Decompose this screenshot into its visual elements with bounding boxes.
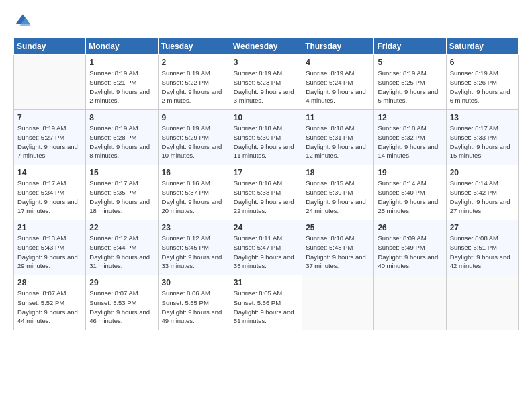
day-number: 23: [162, 223, 226, 232]
day-info: Sunrise: 8:19 AMSunset: 5:25 PMDaylight:…: [378, 69, 438, 104]
calendar-cell: 20Sunrise: 8:14 AMSunset: 5:42 PMDayligh…: [446, 165, 518, 220]
day-info: Sunrise: 8:19 AMSunset: 5:22 PMDaylight:…: [162, 69, 222, 104]
calendar-cell: 1Sunrise: 8:19 AMSunset: 5:21 PMDaylight…: [86, 55, 158, 110]
calendar-cell: 31Sunrise: 8:05 AMSunset: 5:56 PMDayligh…: [230, 275, 302, 330]
calendar-cell: 29Sunrise: 8:07 AMSunset: 5:53 PMDayligh…: [86, 275, 158, 330]
calendar-cell: 18Sunrise: 8:15 AMSunset: 5:39 PMDayligh…: [302, 165, 374, 220]
day-number: 7: [17, 113, 82, 122]
day-info: Sunrise: 8:15 AMSunset: 5:39 PMDaylight:…: [306, 179, 366, 214]
day-info: Sunrise: 8:11 AMSunset: 5:47 PMDaylight:…: [234, 234, 294, 269]
calendar-cell: 16Sunrise: 8:16 AMSunset: 5:37 PMDayligh…: [158, 165, 230, 220]
calendar-cell: 15Sunrise: 8:17 AMSunset: 5:35 PMDayligh…: [86, 165, 158, 220]
calendar-cell: 11Sunrise: 8:18 AMSunset: 5:31 PMDayligh…: [302, 110, 374, 165]
day-info: Sunrise: 8:19 AMSunset: 5:28 PMDaylight:…: [89, 124, 150, 159]
calendar-cell: 30Sunrise: 8:06 AMSunset: 5:55 PMDayligh…: [158, 275, 230, 330]
calendar-week-row: 7Sunrise: 8:19 AMSunset: 5:27 PMDaylight…: [14, 110, 519, 165]
header-day-tuesday: Tuesday: [158, 38, 230, 55]
day-number: 22: [89, 223, 154, 232]
day-number: 11: [306, 113, 370, 122]
day-info: Sunrise: 8:16 AMSunset: 5:37 PMDaylight:…: [162, 179, 222, 214]
calendar-cell: 21Sunrise: 8:13 AMSunset: 5:43 PMDayligh…: [14, 220, 86, 275]
day-number: 9: [162, 113, 226, 122]
calendar-cell: 5Sunrise: 8:19 AMSunset: 5:25 PMDaylight…: [374, 55, 446, 110]
header-day-wednesday: Wednesday: [230, 38, 302, 55]
day-number: 18: [306, 168, 370, 177]
day-number: 14: [17, 168, 82, 177]
calendar-cell: 19Sunrise: 8:14 AMSunset: 5:40 PMDayligh…: [374, 165, 446, 220]
day-number: 3: [234, 58, 298, 67]
calendar-cell: [302, 275, 374, 330]
header: [13, 12, 519, 31]
day-info: Sunrise: 8:10 AMSunset: 5:48 PMDaylight:…: [306, 234, 366, 269]
calendar-cell: 27Sunrise: 8:08 AMSunset: 5:51 PMDayligh…: [446, 220, 518, 275]
logo: [13, 12, 35, 31]
header-day-monday: Monday: [86, 38, 158, 55]
day-number: 5: [378, 58, 442, 67]
header-day-friday: Friday: [374, 38, 446, 55]
day-number: 15: [89, 168, 154, 177]
day-number: 26: [378, 223, 442, 232]
day-number: 19: [378, 168, 442, 177]
day-info: Sunrise: 8:18 AMSunset: 5:31 PMDaylight:…: [306, 124, 366, 159]
day-info: Sunrise: 8:19 AMSunset: 5:27 PMDaylight:…: [17, 124, 78, 159]
day-info: Sunrise: 8:19 AMSunset: 5:29 PMDaylight:…: [162, 124, 222, 159]
day-info: Sunrise: 8:18 AMSunset: 5:32 PMDaylight:…: [378, 124, 438, 159]
day-number: 31: [234, 278, 298, 287]
calendar-cell: 13Sunrise: 8:17 AMSunset: 5:33 PMDayligh…: [446, 110, 518, 165]
calendar-cell: [374, 275, 446, 330]
day-info: Sunrise: 8:13 AMSunset: 5:43 PMDaylight:…: [17, 234, 78, 269]
day-info: Sunrise: 8:12 AMSunset: 5:44 PMDaylight:…: [89, 234, 150, 269]
day-number: 30: [162, 278, 226, 287]
calendar-cell: [446, 275, 518, 330]
calendar-week-row: 1Sunrise: 8:19 AMSunset: 5:21 PMDaylight…: [14, 55, 519, 110]
day-number: 2: [162, 58, 226, 67]
calendar-cell: 10Sunrise: 8:18 AMSunset: 5:30 PMDayligh…: [230, 110, 302, 165]
day-info: Sunrise: 8:08 AMSunset: 5:51 PMDaylight:…: [450, 234, 511, 269]
day-number: 16: [162, 168, 226, 177]
day-info: Sunrise: 8:12 AMSunset: 5:45 PMDaylight:…: [162, 234, 222, 269]
header-day-saturday: Saturday: [446, 38, 518, 55]
day-info: Sunrise: 8:18 AMSunset: 5:30 PMDaylight:…: [234, 124, 294, 159]
calendar-cell: 8Sunrise: 8:19 AMSunset: 5:28 PMDaylight…: [86, 110, 158, 165]
day-number: 13: [450, 113, 515, 122]
calendar-cell: 22Sunrise: 8:12 AMSunset: 5:44 PMDayligh…: [86, 220, 158, 275]
calendar-cell: 26Sunrise: 8:09 AMSunset: 5:49 PMDayligh…: [374, 220, 446, 275]
day-number: 27: [450, 223, 515, 232]
calendar-cell: 9Sunrise: 8:19 AMSunset: 5:29 PMDaylight…: [158, 110, 230, 165]
day-info: Sunrise: 8:19 AMSunset: 5:23 PMDaylight:…: [234, 69, 294, 104]
day-info: Sunrise: 8:05 AMSunset: 5:56 PMDaylight:…: [234, 289, 294, 324]
calendar-cell: 6Sunrise: 8:19 AMSunset: 5:26 PMDaylight…: [446, 55, 518, 110]
calendar-page: SundayMondayTuesdayWednesdayThursdayFrid…: [0, 0, 532, 411]
calendar-cell: 25Sunrise: 8:10 AMSunset: 5:48 PMDayligh…: [302, 220, 374, 275]
day-info: Sunrise: 8:19 AMSunset: 5:21 PMDaylight:…: [89, 69, 150, 104]
calendar-cell: 24Sunrise: 8:11 AMSunset: 5:47 PMDayligh…: [230, 220, 302, 275]
day-number: 29: [89, 278, 154, 287]
day-info: Sunrise: 8:16 AMSunset: 5:38 PMDaylight:…: [234, 179, 294, 214]
day-info: Sunrise: 8:19 AMSunset: 5:26 PMDaylight:…: [450, 69, 511, 104]
day-info: Sunrise: 8:17 AMSunset: 5:35 PMDaylight:…: [89, 179, 150, 214]
calendar-week-row: 21Sunrise: 8:13 AMSunset: 5:43 PMDayligh…: [14, 220, 519, 275]
day-number: 10: [234, 113, 298, 122]
header-day-sunday: Sunday: [14, 38, 86, 55]
day-info: Sunrise: 8:17 AMSunset: 5:34 PMDaylight:…: [17, 179, 78, 214]
day-info: Sunrise: 8:07 AMSunset: 5:53 PMDaylight:…: [89, 289, 150, 324]
calendar-cell: 17Sunrise: 8:16 AMSunset: 5:38 PMDayligh…: [230, 165, 302, 220]
calendar-cell: 3Sunrise: 8:19 AMSunset: 5:23 PMDaylight…: [230, 55, 302, 110]
day-info: Sunrise: 8:14 AMSunset: 5:42 PMDaylight:…: [450, 179, 511, 214]
calendar-cell: 12Sunrise: 8:18 AMSunset: 5:32 PMDayligh…: [374, 110, 446, 165]
calendar-cell: 2Sunrise: 8:19 AMSunset: 5:22 PMDaylight…: [158, 55, 230, 110]
day-info: Sunrise: 8:06 AMSunset: 5:55 PMDaylight:…: [162, 289, 222, 324]
day-info: Sunrise: 8:17 AMSunset: 5:33 PMDaylight:…: [450, 124, 511, 159]
calendar-table: SundayMondayTuesdayWednesdayThursdayFrid…: [13, 38, 519, 330]
calendar-cell: 14Sunrise: 8:17 AMSunset: 5:34 PMDayligh…: [14, 165, 86, 220]
day-number: 1: [89, 58, 154, 67]
calendar-cell: 4Sunrise: 8:19 AMSunset: 5:24 PMDaylight…: [302, 55, 374, 110]
day-info: Sunrise: 8:07 AMSunset: 5:52 PMDaylight:…: [17, 289, 78, 324]
day-number: 20: [450, 168, 515, 177]
calendar-header-row: SundayMondayTuesdayWednesdayThursdayFrid…: [14, 38, 519, 55]
logo-icon: [13, 12, 32, 31]
day-info: Sunrise: 8:14 AMSunset: 5:40 PMDaylight:…: [378, 179, 438, 214]
day-info: Sunrise: 8:09 AMSunset: 5:49 PMDaylight:…: [378, 234, 438, 269]
calendar-week-row: 14Sunrise: 8:17 AMSunset: 5:34 PMDayligh…: [14, 165, 519, 220]
day-number: 17: [234, 168, 298, 177]
